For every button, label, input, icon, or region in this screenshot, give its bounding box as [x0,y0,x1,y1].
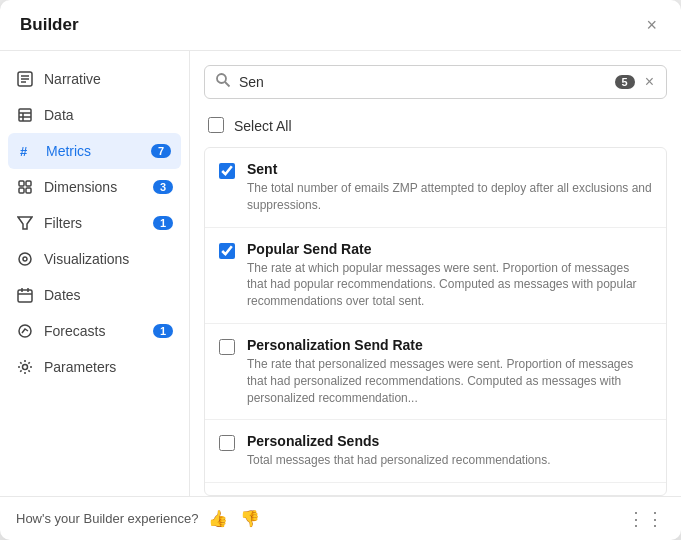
select-all-label[interactable]: Select All [234,118,292,134]
svg-rect-4 [19,109,31,121]
metrics-icon: # [18,142,36,160]
modal-title: Builder [20,15,79,35]
metric-name: Sent [247,161,652,177]
sidebar-item-badge: 7 [151,144,171,158]
svg-text:#: # [20,144,28,159]
sidebar-item-label: Dimensions [44,179,117,195]
metric-name: Popular Send Rate [247,241,652,257]
sidebar-item-label: Narrative [44,71,101,87]
svg-point-14 [19,253,31,265]
select-all-checkbox[interactable] [208,117,224,133]
thumbs-down-button[interactable]: 👎 [238,507,262,530]
more-options-button[interactable]: ⋮⋮ [627,508,665,530]
sidebar-item-label: Visualizations [44,251,129,267]
svg-point-21 [23,365,28,370]
sidebar: Narrative Data # Metrics 7 Dimensions 3 … [0,51,190,496]
sidebar-item-badge: 1 [153,324,173,338]
metric-description: The rate at which popular messages were … [247,260,652,310]
modal-footer: How's your Builder experience? 👍 👎 ⋮⋮ [0,496,681,540]
metric-description: The total number of emails ZMP attempted… [247,180,652,214]
dates-icon [16,286,34,304]
svg-marker-13 [18,217,32,229]
metric-checkbox-wrapper[interactable] [219,339,235,359]
main-content: 5 × Select All Sent The total number of … [190,51,681,496]
thumbs-up-button[interactable]: 👍 [206,507,230,530]
search-result-count: 5 [615,75,635,89]
metric-description: Total messages that had personalized rec… [247,452,652,469]
sidebar-item-label: Metrics [46,143,91,159]
sidebar-item-badge: 3 [153,180,173,194]
sidebar-item-label: Filters [44,215,82,231]
svg-point-15 [23,257,27,261]
svg-line-23 [225,82,230,87]
metric-item[interactable]: Popular Sends Total messages that had po… [205,483,666,496]
footer-feedback: How's your Builder experience? 👍 👎 [16,507,262,530]
sidebar-item-label: Data [44,107,74,123]
search-bar: 5 × [204,65,667,99]
close-button[interactable]: × [642,14,661,36]
sidebar-item-visualizations[interactable]: Visualizations [0,241,189,277]
sidebar-item-metrics[interactable]: # Metrics 7 [8,133,181,169]
metric-checkbox[interactable] [219,339,235,355]
select-all-checkbox-wrapper[interactable] [208,117,224,137]
metric-checkbox[interactable] [219,243,235,259]
metric-item[interactable]: Personalization Send Rate The rate that … [205,324,666,420]
svg-rect-9 [19,181,24,186]
metric-checkbox-wrapper[interactable] [219,243,235,263]
sidebar-item-badge: 1 [153,216,173,230]
sidebar-item-narrative[interactable]: Narrative [0,61,189,97]
select-all-row: Select All [204,109,667,147]
sidebar-item-dates[interactable]: Dates [0,277,189,313]
parameters-icon [16,358,34,376]
feedback-label: How's your Builder experience? [16,511,198,526]
metric-name: Personalized Sends [247,433,652,449]
metric-checkbox[interactable] [219,163,235,179]
metric-item[interactable]: Popular Send Rate The rate at which popu… [205,228,666,324]
metric-name: Personalization Send Rate [247,337,652,353]
svg-rect-11 [19,188,24,193]
sidebar-item-filters[interactable]: Filters 1 [0,205,189,241]
svg-rect-16 [18,290,32,302]
modal-header: Builder × [0,0,681,51]
forecasts-icon [16,322,34,340]
metric-description: The rate that personalized messages were… [247,356,652,406]
svg-point-22 [217,74,226,83]
metric-checkbox-wrapper[interactable] [219,435,235,455]
metric-item[interactable]: Sent The total number of emails ZMP atte… [205,148,666,228]
search-clear-button[interactable]: × [643,74,656,90]
svg-rect-10 [26,181,31,186]
sidebar-item-label: Forecasts [44,323,105,339]
sidebar-item-parameters[interactable]: Parameters [0,349,189,385]
narrative-icon [16,70,34,88]
sidebar-item-forecasts[interactable]: Forecasts 1 [0,313,189,349]
search-input[interactable] [239,74,607,90]
filters-icon [16,214,34,232]
visualizations-icon [16,250,34,268]
metrics-list: Sent The total number of emails ZMP atte… [204,147,667,496]
metric-item[interactable]: Personalized Sends Total messages that h… [205,420,666,483]
sidebar-item-data[interactable]: Data [0,97,189,133]
data-icon [16,106,34,124]
sidebar-item-label: Parameters [44,359,116,375]
svg-point-20 [19,325,31,337]
dimensions-icon [16,178,34,196]
search-icon [215,72,231,92]
builder-modal: Builder × Narrative Data # Metrics 7 Dim… [0,0,681,540]
metric-checkbox[interactable] [219,435,235,451]
metric-checkbox-wrapper[interactable] [219,163,235,183]
modal-body: Narrative Data # Metrics 7 Dimensions 3 … [0,51,681,496]
svg-rect-12 [26,188,31,193]
sidebar-item-dimensions[interactable]: Dimensions 3 [0,169,189,205]
sidebar-item-label: Dates [44,287,81,303]
